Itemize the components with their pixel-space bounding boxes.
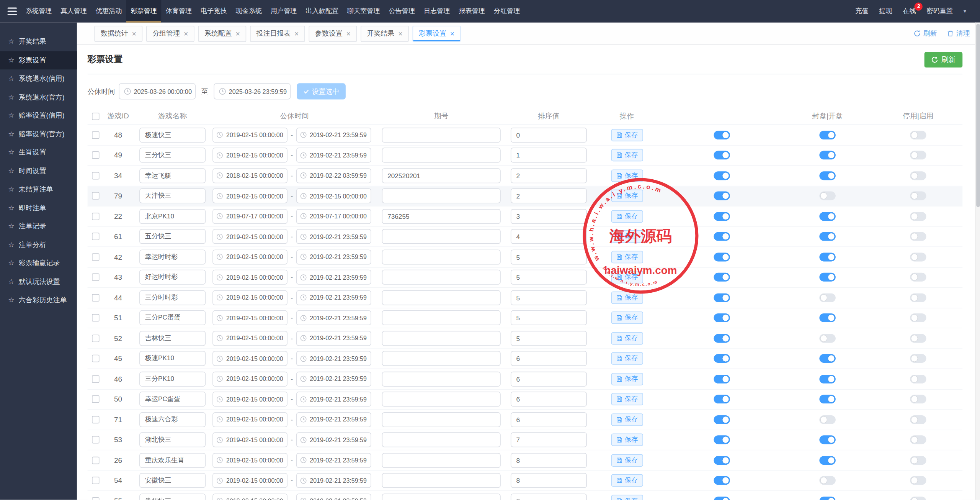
row-checkbox[interactable] <box>92 334 100 342</box>
disable-enable-toggle[interactable] <box>910 151 926 160</box>
sidebar-item-9[interactable]: ☆未结算注单 <box>0 180 77 198</box>
sort-value-input[interactable] <box>511 249 587 264</box>
row-checkbox[interactable] <box>92 172 100 180</box>
status-toggle[interactable] <box>714 212 730 221</box>
game-name-input[interactable] <box>139 433 206 448</box>
status-toggle[interactable] <box>714 131 730 139</box>
issue-number-input[interactable] <box>382 412 501 427</box>
game-name-input[interactable] <box>139 473 206 488</box>
issue-number-input[interactable] <box>382 331 501 346</box>
save-button[interactable]: 保存 <box>611 230 643 243</box>
row-holiday-end-input[interactable] <box>296 392 371 407</box>
row-checkbox[interactable] <box>92 213 100 220</box>
row-holiday-end-input[interactable] <box>296 270 371 285</box>
nav-withdraw-link[interactable]: 提现 <box>879 7 892 16</box>
save-button[interactable]: 保存 <box>611 373 643 385</box>
sidebar-item-10[interactable]: ☆即时注单 <box>0 198 77 217</box>
row-checkbox[interactable] <box>92 274 100 281</box>
row-holiday-end-input[interactable] <box>296 351 371 366</box>
row-checkbox[interactable] <box>92 192 100 200</box>
disable-enable-toggle[interactable] <box>910 497 926 500</box>
tab-close-icon[interactable]: × <box>450 30 454 38</box>
save-button[interactable]: 保存 <box>611 169 643 182</box>
status-toggle[interactable] <box>714 151 730 160</box>
sort-value-input[interactable] <box>511 493 587 500</box>
sidebar-item-6[interactable]: ☆赔率设置(官方) <box>0 125 77 143</box>
row-checkbox[interactable] <box>92 416 100 423</box>
game-name-input[interactable] <box>139 310 206 325</box>
seal-open-toggle[interactable] <box>819 273 835 282</box>
row-holiday-end-input[interactable] <box>296 168 371 183</box>
sort-value-input[interactable] <box>511 148 587 163</box>
status-toggle[interactable] <box>714 354 730 363</box>
row-holiday-end-input[interactable] <box>296 229 371 244</box>
status-toggle[interactable] <box>714 436 730 444</box>
tabs-refresh-button[interactable]: 刷新 <box>914 29 937 38</box>
disable-enable-toggle[interactable] <box>910 273 926 282</box>
holiday-start-datetime[interactable] <box>119 83 196 99</box>
row-holiday-start-input[interactable] <box>212 310 287 325</box>
row-holiday-end-input[interactable] <box>296 290 371 305</box>
issue-number-input[interactable] <box>382 189 501 203</box>
holiday-end-datetime[interactable] <box>214 83 291 99</box>
game-name-input[interactable] <box>139 168 206 183</box>
issue-number-input[interactable] <box>382 168 501 183</box>
seal-open-toggle[interactable] <box>819 232 835 241</box>
row-holiday-end-input[interactable] <box>296 310 371 325</box>
row-checkbox[interactable] <box>92 355 100 362</box>
sort-value-input[interactable] <box>511 392 587 407</box>
sidebar-item-3[interactable]: ☆系统退水(信用) <box>0 69 77 88</box>
sidebar-item-15[interactable]: ☆六合彩历史注单 <box>0 291 77 309</box>
nav-recharge-link[interactable]: 充值 <box>855 7 868 16</box>
nav-item-3[interactable]: 优惠活动 <box>91 0 126 23</box>
seal-open-toggle[interactable] <box>819 131 835 139</box>
save-button[interactable]: 保存 <box>611 454 643 467</box>
status-toggle[interactable] <box>714 273 730 282</box>
save-button[interactable]: 保存 <box>611 413 643 426</box>
seal-open-toggle[interactable] <box>819 293 835 302</box>
sidebar-item-2[interactable]: ☆彩票设置 <box>0 51 77 69</box>
game-name-input[interactable] <box>139 493 206 500</box>
disable-enable-toggle[interactable] <box>910 171 926 180</box>
issue-number-input[interactable] <box>382 249 501 264</box>
nav-item-10[interactable]: 聊天室管理 <box>343 0 385 23</box>
row-holiday-end-input[interactable] <box>296 209 371 224</box>
tab-3[interactable]: 系统配置× <box>198 25 247 41</box>
disable-enable-toggle[interactable] <box>910 375 926 384</box>
row-holiday-start-input[interactable] <box>212 168 287 183</box>
seal-open-toggle[interactable] <box>819 395 835 404</box>
save-button[interactable]: 保存 <box>611 474 643 487</box>
save-button[interactable]: 保存 <box>611 251 643 263</box>
row-checkbox[interactable] <box>92 375 100 383</box>
sidebar-item-4[interactable]: ☆系统退水(官方) <box>0 88 77 106</box>
row-holiday-start-input[interactable] <box>212 331 287 346</box>
seal-open-toggle[interactable] <box>819 436 835 444</box>
game-name-input[interactable] <box>139 392 206 407</box>
status-toggle[interactable] <box>714 415 730 424</box>
tab-close-icon[interactable]: × <box>132 30 136 38</box>
status-toggle[interactable] <box>714 313 730 322</box>
sort-value-input[interactable] <box>511 270 587 285</box>
disable-enable-toggle[interactable] <box>910 436 926 444</box>
issue-number-input[interactable] <box>382 270 501 285</box>
row-holiday-end-input[interactable] <box>296 128 371 143</box>
issue-number-input[interactable] <box>382 310 501 325</box>
seal-open-toggle[interactable] <box>819 212 835 221</box>
row-holiday-start-input[interactable] <box>212 209 287 224</box>
status-toggle[interactable] <box>714 293 730 302</box>
tab-close-icon[interactable]: × <box>294 30 299 38</box>
sidebar-item-1[interactable]: ☆开奖结果 <box>0 33 77 51</box>
seal-open-toggle[interactable] <box>819 497 835 500</box>
tab-close-icon[interactable]: × <box>236 30 240 38</box>
sort-value-input[interactable] <box>511 433 587 448</box>
save-button[interactable]: 保存 <box>611 332 643 345</box>
nav-item-1[interactable]: 系统管理 <box>21 0 56 23</box>
status-toggle[interactable] <box>714 497 730 500</box>
tab-close-icon[interactable]: × <box>184 30 188 38</box>
row-checkbox[interactable] <box>92 152 100 159</box>
status-toggle[interactable] <box>714 395 730 404</box>
save-button[interactable]: 保存 <box>611 495 643 500</box>
nav-item-14[interactable]: 分红管理 <box>489 0 524 23</box>
game-name-input[interactable] <box>139 412 206 427</box>
sort-value-input[interactable] <box>511 371 587 386</box>
